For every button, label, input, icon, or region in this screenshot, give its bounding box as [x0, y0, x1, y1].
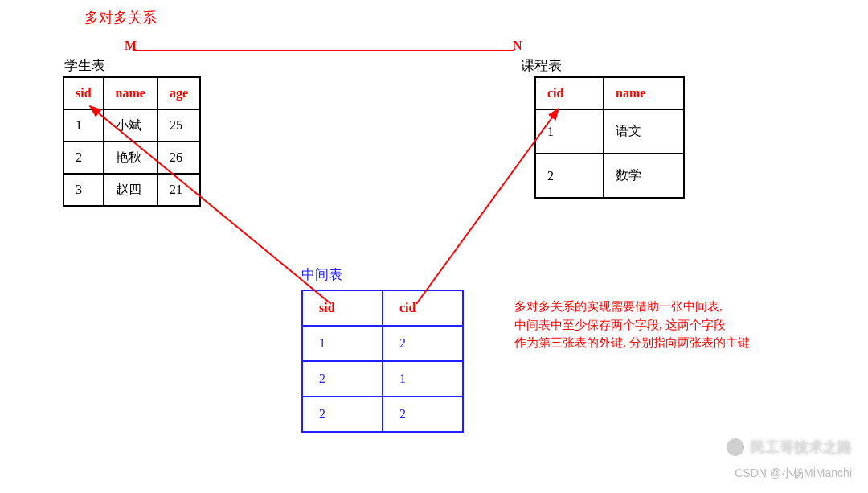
table-row: 1 2 [302, 326, 463, 361]
junction-table: sid cid 1 2 2 1 2 2 [301, 290, 464, 433]
cell: 1 [63, 109, 104, 142]
brand-watermark: 民工哥技术之路 [727, 438, 852, 457]
cell: 1 [383, 361, 463, 396]
student-table-label: 学生表 [64, 56, 105, 75]
table-row: 2 数学 [535, 154, 684, 198]
course-header-name: name [604, 77, 684, 109]
cell: 2 [63, 142, 104, 174]
description-text: 多对多关系的实现需要借助一张中间表, 中间表中至少保存两个字段, 这两个字段 作… [514, 298, 820, 352]
student-header-age: age [158, 77, 200, 109]
relation-line [133, 50, 514, 51]
student-table: sid name age 1 小斌 25 2 艳秋 26 3 赵四 21 [63, 76, 201, 207]
cell: 21 [158, 174, 200, 206]
cell: 2 [302, 361, 383, 396]
cell: 3 [63, 174, 104, 206]
cell: 数学 [604, 154, 684, 198]
table-row: 2 1 [302, 361, 463, 396]
cell: 1 [302, 326, 383, 361]
junction-header-sid: sid [302, 290, 383, 326]
student-header-name: name [104, 77, 158, 109]
student-header-sid: sid [63, 77, 104, 109]
table-row: 2 2 [302, 396, 463, 432]
wechat-icon [727, 438, 744, 456]
cell: 1 [535, 109, 604, 154]
course-table-label: 课程表 [521, 56, 562, 75]
table-row: 2 艳秋 26 [63, 142, 200, 174]
table-row: 1 语文 [535, 109, 684, 154]
junction-table-label: 中间表 [301, 265, 342, 284]
cell: 2 [535, 154, 604, 198]
table-row: 3 赵四 21 [63, 174, 200, 206]
brand-text: 民工哥技术之路 [751, 438, 852, 457]
cell: 2 [383, 326, 463, 361]
course-table: cid name 1 语文 2 数学 [534, 76, 685, 199]
desc-line: 中间表中至少保存两个字段, 这两个字段 [514, 318, 726, 331]
cell: 赵四 [104, 174, 158, 206]
desc-line: 多对多关系的实现需要借助一张中间表, [514, 300, 723, 313]
desc-line: 作为第三张表的外键, 分别指向两张表的主键 [514, 336, 750, 349]
cell: 26 [158, 142, 200, 174]
cell: 艳秋 [104, 142, 158, 174]
cell: 2 [302, 396, 383, 432]
course-header-cid: cid [535, 77, 604, 109]
cell: 小斌 [104, 109, 158, 142]
csdn-watermark: CSDN @小杨MiManchi [735, 466, 852, 481]
diagram-title: 多对多关系 [84, 8, 157, 27]
cell: 25 [158, 109, 200, 142]
table-row: 1 小斌 25 [63, 109, 200, 142]
junction-header-cid: cid [383, 290, 463, 326]
cell: 语文 [604, 109, 684, 154]
cell: 2 [383, 396, 463, 432]
